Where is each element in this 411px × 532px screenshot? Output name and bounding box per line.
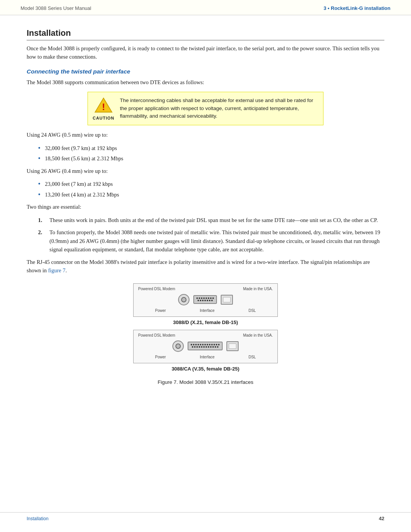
wire-24-intro: Using 24 AWG (0.5 mm) wire up to:: [27, 131, 384, 139]
intro-text: Once the Model 3088 is properly configur…: [27, 44, 384, 61]
footer-left: Installation: [27, 516, 48, 521]
bullets-26: 23,000 feet (7 km) at 192 kbps 13,200 fe…: [38, 180, 384, 199]
db15-connector-icon: [193, 295, 217, 304]
list-item: 2. To function properly, the Model 3088 …: [38, 228, 384, 254]
device1-bottom-row: Power Interface DSL: [138, 308, 273, 313]
dsl-port-icon: [221, 295, 233, 305]
section-heading: Installation: [27, 28, 384, 40]
power-port-icon: [178, 294, 190, 305]
caution-box: ! CAUTION The interconnecting cables sha…: [88, 92, 323, 125]
caution-triangle-icon: !: [94, 97, 113, 113]
list-item: 23,000 feet (7 km) at 192 kbps: [38, 180, 384, 188]
header-section-title: 3 • RocketLink-G installation: [323, 5, 390, 11]
subsection-heading: Connecting the twisted pair interface: [27, 68, 384, 75]
wire-26-intro: Using 26 AWG (0.4 mm) wire up to:: [27, 167, 384, 175]
list-item: 1. These units work in pairs. Both units…: [38, 216, 384, 224]
device1-caption: 3088/D (X.21, female DB-15): [173, 320, 238, 325]
power-port2-icon: [172, 340, 184, 352]
device1-top-row: Powered DSL Modem Made in the USA.: [138, 287, 273, 291]
device2-bottom-row: Power Interface DSL: [138, 355, 273, 359]
device2-diagram: Powered DSL Modem Made in the USA.: [133, 330, 278, 363]
dsl-port2-icon: [226, 341, 239, 351]
rj45-text: The RJ-45 connector on the Model 3088's …: [27, 258, 384, 275]
caution-label: CAUTION: [92, 116, 114, 120]
device2-body: [138, 339, 273, 353]
caution-text: The interconnecting cables shall be acce…: [120, 97, 317, 120]
list-item: 18,500 feet (5.6 km) at 2.312 Mbps: [38, 154, 384, 163]
figure7-link[interactable]: figure 7: [48, 267, 65, 273]
device1-body: [138, 292, 273, 307]
page-header: Model 3088 Series User Manual 3 • Rocket…: [0, 0, 411, 15]
db25-connector-icon: [188, 342, 223, 350]
footer-right: 42: [379, 516, 384, 521]
list-item: 32,000 feet (9.7 km) at 192 kbps: [38, 144, 384, 152]
numbered-list: 1. These units work in pairs. Both units…: [38, 216, 384, 254]
main-content: Installation Once the Model 3088 is prop…: [0, 15, 411, 412]
device1-diagram: Powered DSL Modem Made in the USA.: [133, 283, 278, 317]
manual-title: Model 3088 Series User Manual: [21, 5, 91, 11]
subsection-intro: The Model 3088 supports communication be…: [27, 78, 384, 86]
essential-intro: Two things are essential:: [27, 203, 384, 211]
figure-area: Powered DSL Modem Made in the USA.: [27, 283, 384, 385]
page-footer: Installation 42: [0, 512, 411, 521]
device2-top-row: Powered DSL Modem Made in the USA.: [138, 333, 273, 337]
caution-icon-wrap: ! CAUTION: [92, 97, 115, 120]
svg-text:!: !: [102, 102, 105, 112]
figure-caption: Figure 7. Model 3088 V.35/X.21 interface…: [158, 379, 253, 385]
device2-caption: 3088/CA (V.35, female DB-25): [172, 366, 239, 372]
list-item: 13,200 feet (4 km) at 2.312 Mbps: [38, 190, 384, 199]
bullets-24: 32,000 feet (9.7 km) at 192 kbps 18,500 …: [38, 144, 384, 163]
